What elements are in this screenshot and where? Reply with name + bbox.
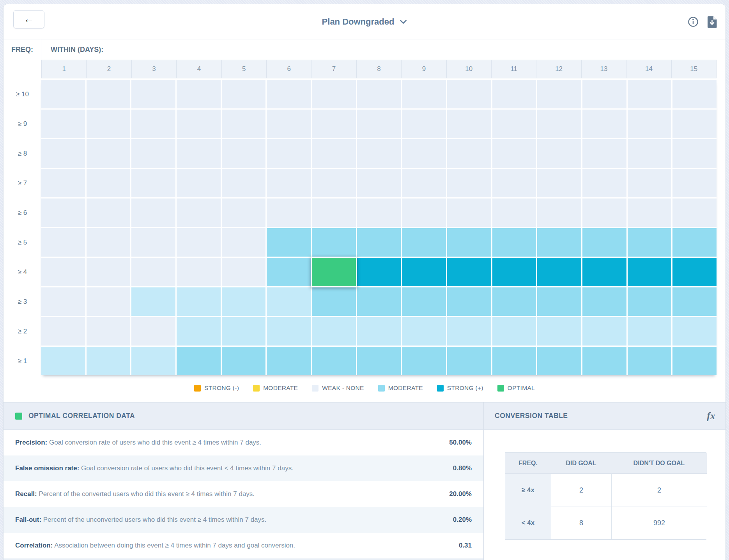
heatmap-cell[interactable]: [447, 347, 491, 375]
heatmap-cell[interactable]: [582, 287, 626, 316]
heatmap-cell[interactable]: [222, 110, 266, 138]
heatmap-cell[interactable]: [87, 347, 131, 375]
heatmap-cell[interactable]: [267, 110, 311, 138]
heatmap-cell[interactable]: [628, 139, 672, 168]
heatmap-cell[interactable]: [537, 228, 581, 257]
heatmap-cell[interactable]: [222, 169, 266, 197]
heatmap-cell[interactable]: [177, 139, 221, 168]
heatmap-cell[interactable]: [672, 110, 717, 138]
heatmap-cell[interactable]: [177, 287, 221, 316]
heatmap-cell[interactable]: [447, 80, 491, 108]
heatmap-cell[interactable]: [628, 347, 672, 375]
heatmap-cell[interactable]: [267, 258, 311, 286]
heatmap-cell[interactable]: [41, 287, 85, 316]
heatmap-cell[interactable]: [537, 198, 581, 227]
heatmap-cell[interactable]: [41, 347, 85, 375]
heatmap-cell[interactable]: [672, 317, 717, 346]
heatmap-cell[interactable]: [312, 110, 356, 138]
event-title-dropdown[interactable]: Plan Downgraded: [4, 4, 725, 39]
heatmap-cell[interactable]: [312, 169, 356, 197]
heatmap-cell[interactable]: [672, 169, 717, 197]
heatmap-cell[interactable]: [131, 139, 175, 168]
heatmap-cell[interactable]: [267, 169, 311, 197]
heatmap-cell[interactable]: [402, 347, 446, 375]
heatmap-cell[interactable]: [537, 347, 581, 375]
heatmap-cell[interactable]: [628, 198, 672, 227]
heatmap-cell[interactable]: [492, 347, 536, 375]
heatmap-cell[interactable]: [582, 169, 626, 197]
heatmap-cell[interactable]: [312, 287, 356, 316]
heatmap-cell[interactable]: [582, 110, 626, 138]
heatmap-cell[interactable]: [267, 287, 311, 316]
heatmap-cell[interactable]: [131, 258, 175, 286]
heatmap-cell[interactable]: [447, 287, 491, 316]
heatmap-cell[interactable]: [41, 258, 85, 286]
heatmap-cell[interactable]: [492, 110, 536, 138]
heatmap-cell[interactable]: [222, 139, 266, 168]
heatmap-cell[interactable]: [87, 228, 131, 257]
heatmap-cell[interactable]: [131, 287, 175, 316]
heatmap-cell[interactable]: [41, 110, 85, 138]
heatmap-cell[interactable]: [672, 198, 717, 227]
heatmap-cell[interactable]: [87, 287, 131, 316]
download-icon[interactable]: [707, 16, 717, 28]
heatmap-cell[interactable]: [267, 139, 311, 168]
info-icon[interactable]: [688, 16, 699, 27]
heatmap-cell[interactable]: [87, 169, 131, 197]
heatmap-cell[interactable]: [357, 258, 401, 286]
heatmap-cell[interactable]: [357, 287, 401, 316]
heatmap-cell[interactable]: [582, 347, 626, 375]
heatmap-cell[interactable]: [447, 258, 491, 286]
heatmap-cell[interactable]: [447, 317, 491, 346]
heatmap-cell[interactable]: [312, 80, 356, 108]
heatmap-cell[interactable]: [312, 228, 356, 257]
heatmap-cell[interactable]: [131, 110, 175, 138]
heatmap-cell[interactable]: [357, 347, 401, 375]
heatmap-cell[interactable]: [177, 347, 221, 375]
heatmap-cell[interactable]: [267, 198, 311, 227]
heatmap-cell[interactable]: [177, 110, 221, 138]
heatmap-cell[interactable]: [312, 347, 356, 375]
heatmap-cell[interactable]: [357, 317, 401, 346]
heatmap-cell[interactable]: [87, 198, 131, 227]
heatmap-cell[interactable]: [402, 169, 446, 197]
heatmap-cell[interactable]: [492, 228, 536, 257]
heatmap-cell[interactable]: [537, 139, 581, 168]
heatmap-cell[interactable]: [582, 228, 626, 257]
heatmap-cell[interactable]: [312, 139, 356, 168]
heatmap-cell[interactable]: [222, 198, 266, 227]
heatmap-cell[interactable]: [87, 80, 131, 108]
heatmap-cell[interactable]: [41, 80, 85, 108]
heatmap-cell[interactable]: [87, 317, 131, 346]
heatmap-cell[interactable]: [312, 198, 356, 227]
heatmap-cell[interactable]: [402, 110, 446, 138]
heatmap-cell[interactable]: [447, 139, 491, 168]
heatmap-cell[interactable]: [222, 80, 266, 108]
heatmap-cell[interactable]: [492, 139, 536, 168]
heatmap-cell[interactable]: [177, 169, 221, 197]
heatmap-cell[interactable]: [537, 80, 581, 108]
heatmap-cell[interactable]: [582, 198, 626, 227]
heatmap-cell[interactable]: [177, 258, 221, 286]
heatmap-cell[interactable]: [222, 258, 266, 286]
heatmap-cell[interactable]: [131, 347, 175, 375]
heatmap-cell[interactable]: [267, 317, 311, 346]
heatmap-cell[interactable]: [357, 139, 401, 168]
heatmap-cell[interactable]: [628, 80, 672, 108]
heatmap-cell[interactable]: [447, 110, 491, 138]
heatmap-cell[interactable]: [537, 317, 581, 346]
heatmap-cell[interactable]: [402, 228, 446, 257]
heatmap-cell[interactable]: [492, 287, 536, 316]
heatmap-cell[interactable]: [177, 317, 221, 346]
heatmap-cell[interactable]: [628, 110, 672, 138]
heatmap-cell[interactable]: [582, 317, 626, 346]
heatmap-cell[interactable]: [357, 110, 401, 138]
heatmap-cell[interactable]: [402, 80, 446, 108]
heatmap-cell[interactable]: [628, 317, 672, 346]
heatmap-cell[interactable]: [41, 139, 85, 168]
heatmap-cell[interactable]: [672, 139, 717, 168]
heatmap-cell[interactable]: [222, 317, 266, 346]
heatmap-cell[interactable]: [267, 80, 311, 108]
back-button[interactable]: ←: [13, 10, 44, 28]
heatmap-cell[interactable]: [582, 139, 626, 168]
